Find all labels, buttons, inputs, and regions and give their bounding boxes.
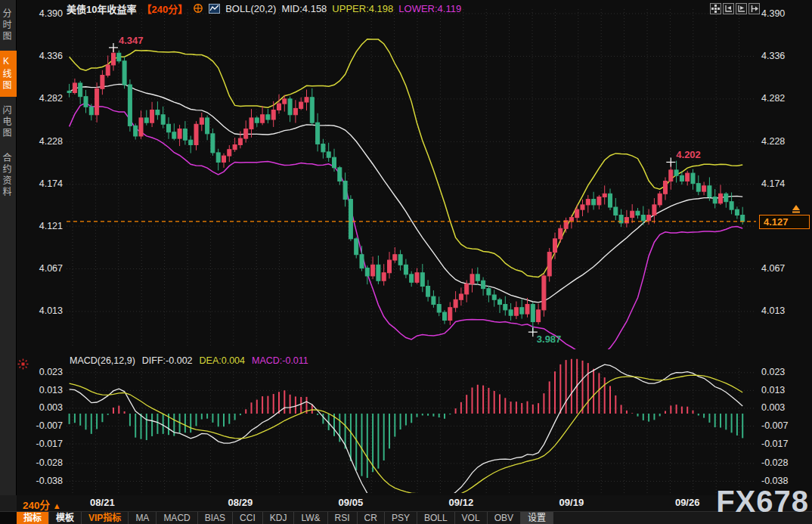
indicator-tab-CCI[interactable]: CCI [233,512,263,524]
macd-axis-right--0.017: -0.017 [761,439,805,449]
indicator-tab-VOL[interactable]: VOL [455,512,488,524]
macd-axis-left--0.038: -0.038 [19,476,63,486]
price-axis-right-4.067: 4.067 [761,264,805,274]
indicator-tab-MA[interactable]: MA [129,512,157,524]
sidebar-tab-K线图[interactable]: K线图 [0,51,17,97]
pan-icon[interactable] [710,3,721,14]
period-tag[interactable]: 【240分】 [141,2,188,16]
indicator-tab-RSI[interactable]: RSI [328,512,358,524]
indicator-tabbar: 指标模板VIP指标MAMACDBIASCCIKDJLW&RSICRPSYBOLL… [0,511,812,524]
boll-upper-value: UPPER:4.198 [332,3,393,14]
date-label-09/26: 09/26 [671,497,704,508]
price-axis-right-4.013: 4.013 [761,306,805,316]
price-axis-right-4.228: 4.228 [761,137,805,147]
zoom-out-axis-icon[interactable] [723,3,734,14]
price-axis-right-4.336: 4.336 [761,51,805,61]
indicator-tab-指标[interactable]: 指标 [17,512,49,524]
indicator-tab-BOLL[interactable]: BOLL [417,512,455,524]
current-price-tag[interactable]: 4.127 [759,215,810,229]
date-label-09/12: 09/12 [445,497,478,508]
sidebar-tab-分时图[interactable]: 分时图 [0,3,17,48]
price-axis-left-4.282: 4.282 [19,94,63,104]
price-annotation-4.202: 4.202 [676,149,701,160]
macd-axis-left-0.013: 0.013 [19,386,63,395]
time-axis: 240分 ▲ 08/2108/2909/0509/1209/1909/26 [0,495,812,511]
crosshair-icon[interactable] [193,3,203,14]
macd-params-label: MACD(26,12,9) [70,355,135,366]
date-label-08/21: 08/21 [85,497,119,508]
macd-axis-right-0.023: 0.023 [761,367,805,377]
indicator-tab-CR[interactable]: CR [358,512,385,524]
price-axis-right-4.282: 4.282 [761,94,805,104]
current-price-value: 4.127 [764,216,789,228]
tabbar-corner [0,512,17,524]
date-label-09/19: 09/19 [555,497,588,508]
indicator-tab-KDJ[interactable]: KDJ [263,512,295,524]
zoom-in-axis-icon[interactable] [736,3,747,14]
trading-app-window: 4.3474.2023.987 分时图K线图闪电图合约资料 美债10年收益率 【… [0,0,812,524]
price-axis-left-4.121: 4.121 [19,222,63,231]
indicator-tab-MACD[interactable]: MACD [157,512,197,524]
macd-axis-right-0.013: 0.013 [761,386,805,395]
macd-axis-left--0.017: -0.017 [19,439,63,449]
macd-axis-right-0.003: 0.003 [761,403,805,413]
macd-axis-left--0.028: -0.028 [19,458,63,468]
price-axis-left-4.228: 4.228 [19,137,63,147]
chart-titlebar: 美债10年收益率 【240分】 BOLL(20,2) MID:4.158 UPP… [67,2,461,14]
macd-diff-value: DIFF:-0.002 [142,355,193,366]
price-axis-right-4.390: 4.390 [761,9,805,19]
instrument-title: 美债10年收益率 [67,2,136,16]
price-annotation-4.347: 4.347 [119,35,144,46]
macd-axis-left--0.007: -0.007 [19,421,63,431]
price-axis-right-4.174: 4.174 [761,179,805,189]
macd-axis-left-0.003: 0.003 [19,403,63,413]
macd-axis-right--0.028: -0.028 [761,458,805,468]
indicator-tab-VIP指标[interactable]: VIP指标 [82,512,129,524]
indicator-tab-BIAS[interactable]: BIAS [198,512,233,524]
macd-dea-value: DEA:0.004 [200,355,245,366]
kline-chart-canvas[interactable]: 4.3474.2023.987 [0,0,812,495]
chart-type-sidebar: 分时图K线图闪电图合约资料 [0,0,17,495]
indicator-tab-设置[interactable]: 设置 [521,512,553,524]
price-axis-left-4.067: 4.067 [19,264,63,274]
indicator-tab-LW&[interactable]: LW& [294,512,327,524]
macd-macd-value: MACD:-0.011 [252,355,308,366]
timeframe-label: 240分 [23,500,50,511]
indicator-tab-PSY[interactable]: PSY [385,512,417,524]
price-annotation-3.987: 3.987 [537,333,562,345]
timeframe-arrow-icon: ▲ [53,501,61,510]
boll-lower-value: LOWER:4.119 [398,3,461,14]
date-label-09/05: 09/05 [334,497,367,508]
boll-indicator-label: BOLL(20,2) [225,3,276,14]
indicator-chart-icon[interactable] [209,4,220,14]
sidebar-tab-闪电图[interactable]: 闪电图 [0,100,17,144]
price-axis-left-4.174: 4.174 [19,179,63,189]
date-label-08/29: 08/29 [224,497,257,508]
indicator-tab-OBV[interactable]: OBV [488,512,521,524]
price-axis-left-4.336: 4.336 [19,51,63,61]
indicator-settings-icon[interactable] [17,358,29,373]
macd-header: MACD(26,12,9) DIFF:-0.002 DEA:0.004 MACD… [70,355,308,366]
boll-mid-value: MID:4.158 [281,3,327,14]
indicator-tab-模板[interactable]: 模板 [49,512,82,524]
price-axis-left-4.013: 4.013 [19,306,63,316]
footer-corner [0,495,17,511]
timeframe-selector[interactable]: 240分 ▲ [23,497,61,512]
macd-axis-right--0.007: -0.007 [761,421,805,431]
sidebar-tab-合约资料[interactable]: 合约资料 [0,147,17,203]
chart-toolbar [710,3,760,14]
fx678-watermark: FX678 [716,485,809,518]
go-to-latest-icon[interactable] [748,3,760,14]
price-axis-left-4.390: 4.390 [19,9,63,19]
